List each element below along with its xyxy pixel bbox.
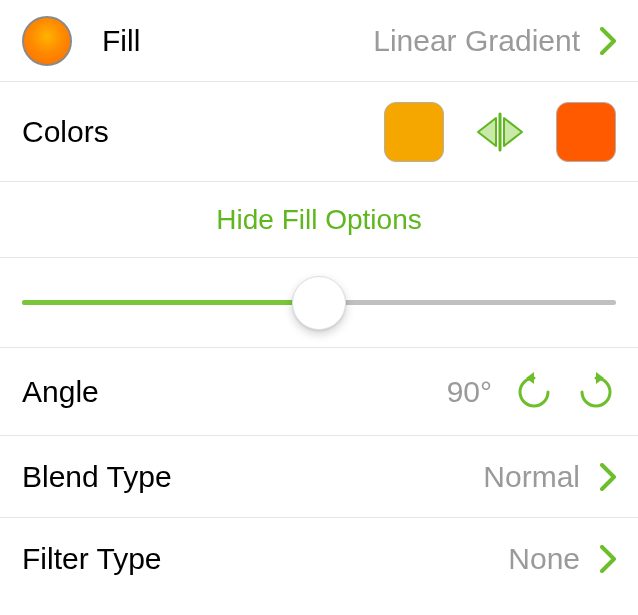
hide-fill-options-label: Hide Fill Options bbox=[216, 204, 421, 236]
slider-track bbox=[22, 300, 616, 305]
chevron-right-icon bbox=[600, 545, 616, 573]
fill-type-value: Linear Gradient bbox=[373, 24, 580, 58]
colors-row: Colors bbox=[0, 82, 638, 182]
swap-colors-button[interactable] bbox=[472, 110, 528, 154]
fill-label: Fill bbox=[102, 24, 140, 58]
svg-marker-0 bbox=[478, 118, 496, 146]
svg-marker-1 bbox=[504, 118, 522, 146]
angle-label: Angle bbox=[22, 375, 99, 409]
angle-value: 90° bbox=[447, 375, 492, 409]
fill-row[interactable]: Fill Linear Gradient bbox=[0, 0, 638, 82]
chevron-right-icon bbox=[600, 27, 616, 55]
angle-row: Angle 90° bbox=[0, 348, 638, 436]
filter-type-value: None bbox=[508, 542, 580, 576]
chevron-right-icon bbox=[600, 463, 616, 491]
fill-color-swatch[interactable] bbox=[22, 16, 72, 66]
slider-thumb[interactable] bbox=[292, 276, 346, 330]
colors-label: Colors bbox=[22, 115, 109, 149]
blend-type-label: Blend Type bbox=[22, 460, 172, 494]
slider-fill bbox=[22, 300, 319, 305]
blend-type-row[interactable]: Blend Type Normal bbox=[0, 436, 638, 518]
rotate-ccw-button[interactable] bbox=[514, 372, 554, 412]
filter-type-row[interactable]: Filter Type None bbox=[0, 518, 638, 600]
svg-marker-3 bbox=[526, 372, 534, 384]
filter-type-label: Filter Type bbox=[22, 542, 162, 576]
gradient-midpoint-slider[interactable] bbox=[0, 258, 638, 348]
blend-type-value: Normal bbox=[483, 460, 580, 494]
hide-fill-options-button[interactable]: Hide Fill Options bbox=[0, 182, 638, 258]
gradient-start-color[interactable] bbox=[384, 102, 444, 162]
gradient-end-color[interactable] bbox=[556, 102, 616, 162]
rotate-cw-button[interactable] bbox=[576, 372, 616, 412]
svg-marker-4 bbox=[596, 372, 604, 384]
